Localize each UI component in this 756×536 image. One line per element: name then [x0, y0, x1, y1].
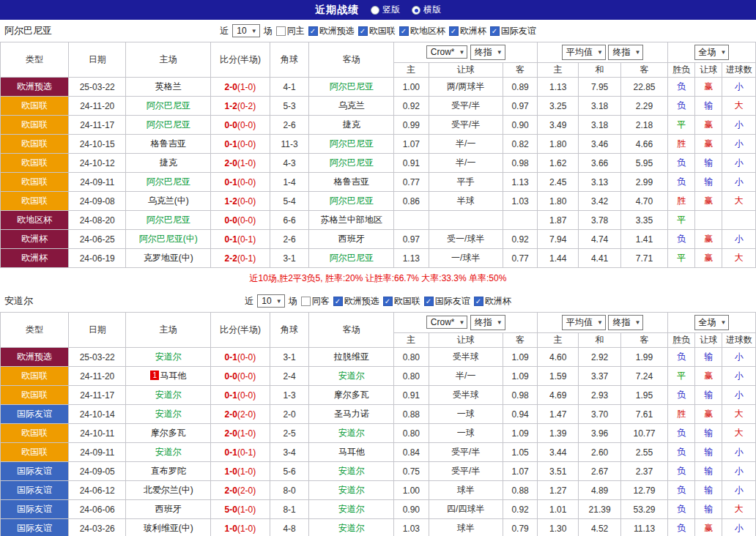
away-team-name[interactable]: 安道尔: [338, 371, 365, 381]
away-team-name[interactable]: 马耳他: [338, 447, 365, 457]
filter-checkbox[interactable]: 同主: [276, 25, 305, 37]
away-team-name[interactable]: 格鲁吉亚: [334, 176, 369, 187]
home-team-name[interactable]: 安道尔: [155, 447, 182, 457]
away-team-name[interactable]: 安道尔: [338, 428, 365, 438]
filter-checkbox[interactable]: 欧洲杯: [474, 295, 511, 308]
subcol-result: 胜负: [668, 63, 695, 78]
match-row: 国际友谊24-06-12北爱尔兰(中)2-0(2-0)8-0安道尔1.00球半0…: [1, 481, 756, 500]
match-count-select[interactable]: 10▼: [257, 294, 284, 308]
full-match-select[interactable]: 全场▼: [694, 315, 730, 330]
home-team-name[interactable]: 格鲁吉亚: [151, 138, 186, 149]
home-team-name[interactable]: 北爱尔兰(中): [144, 485, 193, 495]
home-team-name[interactable]: 直布罗陀: [151, 466, 186, 476]
home-team-name[interactable]: 阿尔巴尼亚: [147, 215, 190, 225]
chevron-down-icon: ▼: [459, 319, 464, 326]
avg-select[interactable]: 平均值▼: [562, 45, 606, 60]
score: 1-2(0-0): [211, 192, 270, 211]
away-team-cell: 摩尔多瓦: [309, 386, 394, 405]
away-team-name[interactable]: 乌克兰: [338, 100, 365, 111]
home-team-name[interactable]: 英格兰: [155, 81, 182, 92]
away-team-name[interactable]: 安道尔: [338, 523, 365, 533]
home-team-name[interactable]: 玻利维亚(中): [144, 523, 193, 533]
filter-checkbox[interactable]: 欧国联: [383, 295, 420, 308]
result-win-lose: 平: [668, 116, 695, 135]
home-odds: 0.91: [394, 154, 429, 173]
filter-checkbox[interactable]: 国际友谊: [490, 25, 536, 37]
checkbox-unchecked-icon: [301, 297, 311, 306]
away-team-name[interactable]: 苏格兰中部地区: [321, 215, 382, 225]
home-team-name[interactable]: 安道尔: [155, 351, 182, 362]
away-odds: 0.89: [503, 78, 538, 97]
away-team-name[interactable]: 西班牙: [338, 234, 365, 244]
match-row: 欧国联24-09-08乌克兰(中)1-2(0-0)5-4阿尔巴尼亚0.86半球1…: [1, 192, 756, 211]
avg-final-select[interactable]: 终指▼: [608, 315, 643, 330]
filter-checkbox[interactable]: 欧国联: [358, 25, 396, 37]
match-count-select[interactable]: 10▼: [232, 24, 259, 37]
handicap-line: 半球: [429, 192, 503, 211]
away-team-name[interactable]: 阿尔巴尼亚: [330, 157, 374, 168]
home-team-name[interactable]: 克罗地亚(中): [144, 253, 193, 263]
subcol-away-odds: 客: [503, 333, 538, 348]
home-team-name[interactable]: 安道尔: [155, 390, 182, 400]
away-team-cell: 安道尔: [309, 462, 394, 481]
corner-score: 5-4: [270, 192, 309, 211]
avg-select[interactable]: 平均值▼: [562, 315, 606, 330]
checkbox-checked-icon: [399, 26, 409, 36]
radio-vertical-view[interactable]: 竖版: [371, 4, 400, 16]
home-team-name[interactable]: 阿尔巴尼亚: [147, 119, 190, 130]
home-team-name[interactable]: 阿尔巴尼亚: [147, 100, 190, 111]
home-team-name[interactable]: 阿尔巴尼亚(中): [139, 234, 198, 244]
avg-home-odds: 2.45: [538, 173, 579, 192]
away-team-name[interactable]: 捷克: [343, 119, 360, 130]
home-team-name[interactable]: 安道尔: [155, 409, 182, 419]
home-team-name[interactable]: 捷克: [160, 157, 177, 168]
full-match-select[interactable]: 全场▼: [694, 45, 730, 60]
avg-away-odds: 3.35: [621, 211, 668, 230]
checkbox-checked-icon: [449, 26, 459, 36]
away-odds: 1.13: [503, 173, 538, 192]
odds-final-select[interactable]: 终指▼: [470, 45, 505, 60]
corner-score: 2-4: [270, 367, 309, 386]
away-team-name[interactable]: 阿尔巴尼亚: [330, 196, 374, 206]
subcol-away-odds: 客: [503, 63, 538, 78]
filter-checkbox[interactable]: 欧地区杯: [399, 25, 445, 37]
away-team-cell: 阿尔巴尼亚: [309, 78, 394, 97]
filter-checkbox[interactable]: 欧洲预选: [308, 25, 355, 37]
filter-checkbox[interactable]: 同客: [301, 295, 330, 308]
avg-final-select[interactable]: 终指▼: [608, 45, 643, 60]
radio-horizontal-view[interactable]: 横版: [412, 4, 441, 16]
away-team-name[interactable]: 安道尔: [338, 485, 365, 495]
odds-final-select[interactable]: 终指▼: [470, 315, 505, 330]
col-corner: 角球: [270, 42, 309, 78]
chevron-down-icon: ▼: [634, 319, 640, 326]
home-team-name[interactable]: 乌克兰(中): [148, 196, 189, 206]
avg-home-odds: 1.62: [538, 154, 579, 173]
avg-draw-odds: 4.89: [579, 481, 621, 500]
home-team-cell: 直布罗陀: [126, 462, 211, 481]
match-row: 国际友谊24-10-14安道尔2-0(2-0)2-0圣马力诺0.88一球0.94…: [1, 405, 756, 424]
handicap-line: 一球: [429, 405, 503, 424]
away-team-name[interactable]: 圣马力诺: [334, 409, 369, 419]
home-team-name[interactable]: 马耳他: [160, 371, 186, 381]
away-team-name[interactable]: 摩尔多瓦: [334, 390, 369, 400]
filter-checkbox[interactable]: 国际友谊: [424, 295, 470, 308]
filter-checkbox[interactable]: 欧洲预选: [333, 295, 379, 308]
home-team-name[interactable]: 摩尔多瓦: [151, 428, 186, 438]
league-type-badge: 欧国联: [1, 386, 69, 405]
checkbox-label: 欧国联: [394, 295, 420, 308]
odds-company-select[interactable]: Crow*▼: [426, 45, 468, 59]
away-team-name[interactable]: 阿尔巴尼亚: [330, 253, 374, 263]
result-win-lose: 平: [668, 211, 695, 230]
filter-checkbox[interactable]: 欧洲杯: [449, 25, 486, 37]
col-score: 比分(半场): [211, 313, 270, 348]
avg-away-odds: 1.41: [621, 230, 668, 249]
away-team-name[interactable]: 阿尔巴尼亚: [330, 81, 374, 92]
odds-company-select[interactable]: Crow*▼: [426, 316, 468, 329]
score: 2-0(1-0): [211, 424, 270, 443]
away-team-name[interactable]: 安道尔: [338, 504, 365, 514]
home-team-name[interactable]: 阿尔巴尼亚: [147, 176, 190, 187]
away-team-name[interactable]: 拉脱维亚: [334, 351, 369, 362]
home-team-name[interactable]: 西班牙: [155, 504, 182, 514]
away-team-name[interactable]: 阿尔巴尼亚: [330, 138, 374, 149]
away-team-name[interactable]: 安道尔: [338, 466, 365, 476]
